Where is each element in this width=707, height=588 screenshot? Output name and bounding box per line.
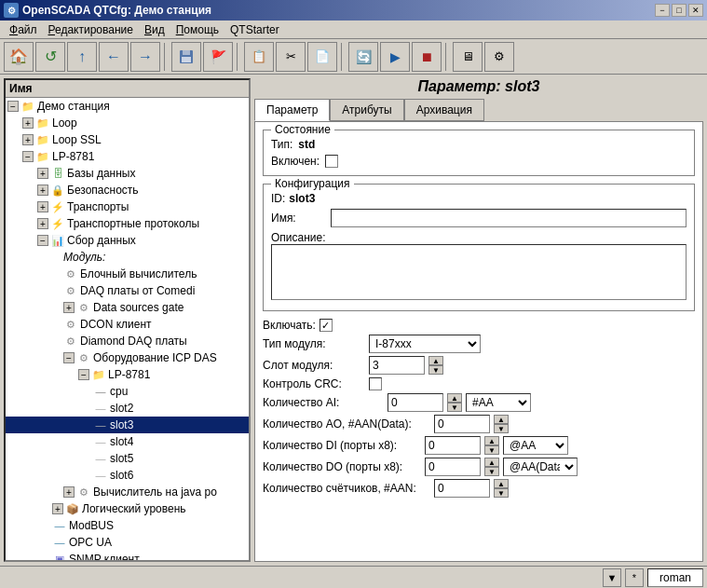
toolbar-back-button[interactable]: ← [99,42,129,72]
tab-attributes[interactable]: Атрибуты [330,99,403,121]
menu-help[interactable]: Помощь [170,21,224,38]
tree-item-module[interactable]: Модуль: [6,249,249,266]
tree-item-opcua[interactable]: — OPC UA [6,534,249,551]
counter-down-button[interactable]: ▼ [494,488,509,498]
tab-parameter[interactable]: Параметр [254,99,330,121]
ai-up-button[interactable]: ▲ [447,393,462,403]
tree-item-icpdas[interactable]: − ⚙ Оборудование ICP DAS [6,349,249,366]
do-up-button[interactable]: ▲ [484,458,499,467]
tree-item-slot4[interactable]: — slot4 [6,433,249,450]
expander-transproto[interactable]: + [37,218,48,229]
tree-item-demo[interactable]: − 📁 Демо станция [6,98,249,115]
toolbar-cut-button[interactable]: ✂ [276,42,306,72]
expander-icpdas[interactable]: − [63,352,75,363]
menu-qtstarter[interactable]: QTStarter [224,21,285,38]
desc-textarea[interactable] [271,244,687,300]
toolbar-monitor-button[interactable]: 🖥 [453,42,483,72]
toolbar-flag-button[interactable]: 🚩 [203,42,233,72]
crc-checkbox[interactable] [369,377,382,390]
expander-db[interactable]: + [37,168,48,179]
toolbar-paste-button[interactable]: 📄 [307,42,337,72]
tree-item-sec[interactable]: + 🔒 Безопасность [6,182,249,198]
toolbar-up-button[interactable]: ↑ [67,42,97,72]
toolbar-reload-button[interactable]: 🔄 [348,42,378,72]
tree-item-slot2[interactable]: — slot2 [6,400,249,417]
toolbar-copy-button[interactable]: 📋 [244,42,274,72]
module-type-select[interactable]: I-87xxx [369,335,481,353]
tree-item-loopssl[interactable]: + 📁 Loop SSL [6,131,249,148]
di-suffix-select[interactable]: @AA [503,436,568,455]
statusbar-asterisk-button[interactable]: * [625,568,644,587]
minimize-button[interactable]: − [655,4,670,17]
di-input[interactable] [425,436,481,455]
tree-item-slot5[interactable]: — slot5 [6,450,249,467]
expander-lp8781sub[interactable]: − [78,369,89,380]
toolbar-save-button[interactable] [171,42,201,72]
toolbar-refresh-button[interactable]: ↺ [35,42,65,72]
expander-loopssl[interactable]: + [22,134,34,145]
tree-item-datasourcegate[interactable]: + ⚙ Data sources gate [6,299,249,316]
tree-item-trans[interactable]: + ⚡ Транспорты [6,198,249,215]
counter-spinner: ▲ ▼ [494,479,509,498]
expander-trans[interactable]: + [37,201,48,212]
ai-suffix-select[interactable]: #AA [466,393,531,412]
counter-up-button[interactable]: ▲ [494,479,509,488]
tree-item-javacalc[interactable]: + ⚙ Вычислитель на java po [6,484,249,500]
maximize-button[interactable]: □ [672,4,687,17]
tree-item-dcon[interactable]: ⚙ DCON клиент [6,316,249,333]
expander-javacalc[interactable]: + [63,486,75,498]
tree-item-logicLevel[interactable]: + 📦 Логический уровень [6,500,249,517]
do-down-button[interactable]: ▼ [484,467,499,476]
expander-loop[interactable]: + [22,117,34,129]
ao-down-button[interactable]: ▼ [494,424,509,433]
do-input[interactable] [425,458,481,476]
toolbar-home-button[interactable]: 🏠 [4,42,34,72]
toolbar-run-button[interactable]: ▶ [380,42,410,72]
toolbar-config-button[interactable]: ⚙ [484,42,514,72]
close-button[interactable]: ✕ [688,4,703,17]
expander-datasourcegate[interactable]: + [63,302,75,313]
include-checkbox[interactable] [320,319,333,332]
slot-down-button[interactable]: ▼ [428,365,443,375]
tree-item-diamond[interactable]: ⚙ Diamond DAQ платы [6,333,249,349]
type-value: std [298,138,315,151]
slot-input[interactable] [369,356,425,375]
expander-datasrc[interactable]: − [37,235,48,246]
slot-up-button[interactable]: ▲ [428,356,443,365]
expander-sec[interactable]: + [37,185,48,196]
do-suffix-select[interactable]: @AA(Data) [503,458,578,476]
tree-item-snmp[interactable]: ▣ SNMP клиент [6,551,249,562]
expander-logicLevel[interactable]: + [52,503,63,514]
expander-lp8781[interactable]: − [22,151,34,162]
tree-item-datasrc[interactable]: − 📊 Сбор данных [6,232,249,249]
menu-edit[interactable]: Редактирование [43,21,139,38]
config-group: Конфигурация ID: slot3 Имя: Описание: [263,184,695,311]
tree-item-slot6[interactable]: — slot6 [6,467,249,484]
tree-item-daqcomedi[interactable]: ⚙ DAQ платы от Comedi [6,282,249,299]
counter-input[interactable] [434,479,490,498]
toolbar-forward-button[interactable]: → [130,42,160,72]
tree-item-modbus[interactable]: — ModBUS [6,517,249,534]
tree-item-db[interactable]: + 🗄 Базы данных [6,165,249,182]
enabled-checkbox[interactable] [325,155,338,168]
ao-input[interactable] [434,415,490,433]
tab-archive[interactable]: Архивация [404,99,484,121]
menu-view[interactable]: Вид [139,21,170,38]
tree-item-lp8781sub[interactable]: − 📁 LP-8781 [6,366,249,383]
ao-up-button[interactable]: ▲ [494,415,509,424]
menu-file[interactable]: Файл [4,21,43,38]
tree-item-transproto[interactable]: + ⚡ Транспортные протоколы [6,215,249,232]
tree-item-lp8781[interactable]: − 📁 LP-8781 [6,148,249,165]
name-input[interactable] [331,209,687,227]
statusbar-arrow-button[interactable]: ▼ [603,568,621,587]
di-down-button[interactable]: ▼ [484,445,499,455]
tree-item-cpu[interactable]: — cpu [6,383,249,400]
ai-input[interactable] [387,393,443,412]
tree-item-blockcalc[interactable]: ⚙ Блочный вычислитель [6,266,249,282]
expander-demo[interactable]: − [7,101,19,112]
toolbar-stop-button[interactable]: ⏹ [412,42,442,72]
ai-down-button[interactable]: ▼ [447,403,462,412]
tree-item-slot3[interactable]: — slot3 [6,417,249,433]
di-up-button[interactable]: ▲ [484,436,499,445]
tree-item-loop[interactable]: + 📁 Loop [6,115,249,131]
